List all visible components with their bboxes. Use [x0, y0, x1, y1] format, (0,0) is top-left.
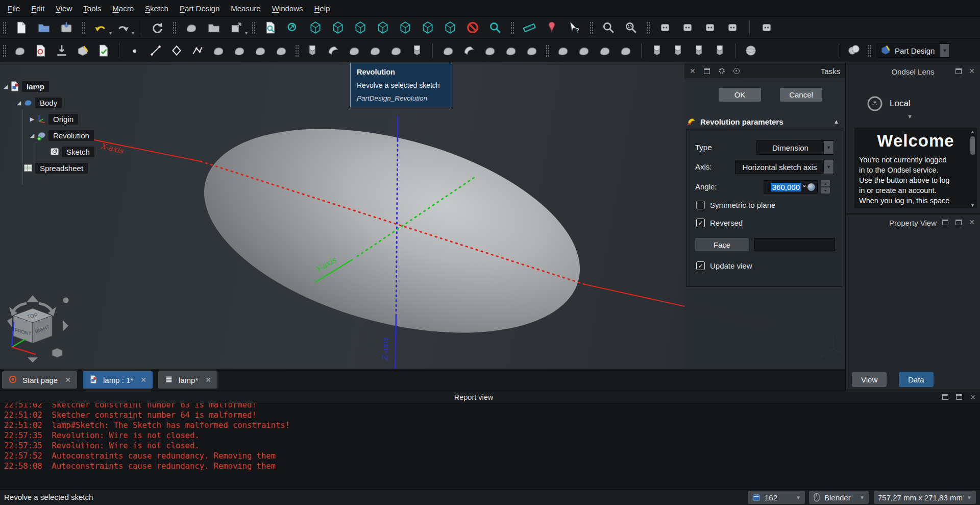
- tree-item-lamp[interactable]: ◢lamp: [2, 80, 49, 93]
- collapse-icon[interactable]: ▲: [834, 118, 839, 125]
- toolbar-grip[interactable]: [590, 21, 593, 34]
- subtractive-loft-button[interactable]: [483, 43, 497, 58]
- toolbar-grip[interactable]: [646, 21, 650, 34]
- tree-item-revolution[interactable]: ◢Revolution: [29, 129, 94, 142]
- fillet-button[interactable]: [650, 43, 664, 58]
- fps-indicator[interactable]: 162 ▼: [748, 491, 805, 504]
- sketch-polygon-button[interactable]: [169, 43, 184, 58]
- additive-sphere-button[interactable]: [744, 43, 758, 58]
- edit-sketch-button[interactable]: [76, 43, 90, 58]
- additive-loft-button[interactable]: [347, 43, 361, 58]
- sketch-fillet-button[interactable]: [211, 43, 226, 58]
- update-view-checkbox[interactable]: ✓: [696, 261, 705, 270]
- symmetric-checkbox[interactable]: [696, 201, 705, 209]
- gear-icon[interactable]: [718, 67, 725, 75]
- axonometric-view-button[interactable]: [308, 20, 323, 35]
- tree-item-spreadsheet[interactable]: Spreadsheet: [15, 161, 88, 175]
- render-style-1-button[interactable]: [658, 20, 672, 35]
- zoom-to-selection-button[interactable]: [286, 20, 300, 35]
- polar-pattern-button[interactable]: [598, 43, 612, 58]
- close-icon[interactable]: ✕: [65, 376, 71, 384]
- sketch-carbon-copy-button[interactable]: [274, 43, 288, 58]
- account-row[interactable]: Local: [866, 95, 911, 112]
- subtractive-pipe-button[interactable]: [504, 43, 518, 58]
- zoom-box-button[interactable]: [488, 20, 502, 35]
- menu-edit[interactable]: Edit: [26, 2, 50, 15]
- menu-sketch[interactable]: Sketch: [139, 2, 174, 15]
- revolution-parameters-header[interactable]: Revolution parameters ▲: [687, 115, 842, 128]
- selection-filter-button[interactable]: [601, 20, 616, 35]
- revolution-button[interactable]: [326, 43, 340, 58]
- scroll-up-icon[interactable]: ▲: [970, 129, 975, 134]
- render-style-3-button[interactable]: [703, 20, 717, 35]
- navcube-dot[interactable]: [63, 298, 69, 303]
- menu-macro[interactable]: Macro: [107, 2, 139, 15]
- navcube-up-arrow[interactable]: [27, 295, 39, 302]
- undo-button[interactable]: ▾: [93, 20, 108, 35]
- type-combobox[interactable]: Dimension ▼: [756, 140, 834, 155]
- hole-button[interactable]: [441, 43, 455, 58]
- ok-button[interactable]: OK: [719, 88, 761, 102]
- reversed-checkbox[interactable]: ✓: [696, 219, 705, 227]
- expander-closed-icon[interactable]: ▶: [29, 116, 36, 123]
- toolbar-grip[interactable]: [3, 21, 6, 34]
- clipping-plane-button[interactable]: [465, 20, 480, 35]
- navigation-style-selector[interactable]: Blender ▼: [809, 491, 869, 504]
- chevron-down-icon[interactable]: ▾: [132, 30, 134, 36]
- sketch-line-button[interactable]: [149, 43, 163, 58]
- toolbar-grip[interactable]: [546, 44, 549, 57]
- new-document-button[interactable]: [14, 20, 29, 35]
- scrollbar-thumb[interactable]: [970, 136, 975, 155]
- navcube-mini-cube[interactable]: [52, 348, 62, 357]
- whats-this-button[interactable]: ?: [567, 20, 581, 35]
- symmetric-row[interactable]: Symmetric to plane: [696, 201, 775, 209]
- report-view-header[interactable]: Report view ✕: [0, 391, 980, 403]
- tab-lamp-1-[interactable]: lamp : 1*✕: [83, 371, 153, 389]
- tab-start-page[interactable]: Start page✕: [2, 371, 77, 389]
- record-icon[interactable]: [733, 68, 740, 74]
- additive-pipe-button[interactable]: [368, 43, 382, 58]
- sketch-trim-button[interactable]: [232, 43, 247, 58]
- expander-open-icon[interactable]: ◢: [15, 100, 22, 106]
- menu-view[interactable]: View: [50, 2, 78, 15]
- render-style-4-button[interactable]: [725, 20, 740, 35]
- pad-button[interactable]: [305, 43, 320, 58]
- render-style-2-button[interactable]: [680, 20, 695, 35]
- float-icon[interactable]: [955, 220, 962, 225]
- angle-spinner[interactable]: ▲ ▼: [821, 180, 830, 194]
- welcome-scrollbar[interactable]: ▲ ▼: [970, 129, 975, 208]
- expander-open-icon[interactable]: ◢: [29, 132, 36, 139]
- create-part-button[interactable]: [184, 20, 199, 35]
- data-tab-button[interactable]: Data: [899, 372, 934, 387]
- groove-button[interactable]: [462, 43, 476, 58]
- chevron-down-icon[interactable]: ▼: [907, 113, 913, 119]
- navcube-down-arrow[interactable]: [28, 357, 38, 363]
- update-view-row[interactable]: ✓ Update view: [696, 261, 752, 270]
- bottom-view-button[interactable]: [443, 20, 457, 35]
- report-view-log[interactable]: 22:51:02 Sketcher constraint number 63 i…: [0, 403, 980, 489]
- chevron-down-icon[interactable]: ▾: [109, 30, 112, 36]
- menu-file[interactable]: File: [2, 2, 26, 15]
- toolbar-grip[interactable]: [867, 44, 871, 57]
- render-style-5-button[interactable]: [760, 20, 774, 35]
- sketch-point-button[interactable]: [128, 43, 142, 58]
- mirrored-button[interactable]: [556, 43, 570, 58]
- toolbar-grip[interactable]: [3, 44, 6, 57]
- pocket-button[interactable]: [410, 43, 424, 58]
- dock-icon[interactable]: [942, 220, 948, 225]
- face-button[interactable]: Face: [695, 238, 749, 251]
- validate-sketch-button[interactable]: [96, 43, 111, 58]
- chevron-down-icon[interactable]: ▼: [824, 160, 834, 174]
- front-view-button[interactable]: [353, 20, 368, 35]
- linear-pattern-button[interactable]: [577, 43, 591, 58]
- menu-part-design[interactable]: Part Design: [174, 2, 225, 15]
- sketch-polyline-button[interactable]: [190, 43, 205, 58]
- tree-item-body[interactable]: ◢Body: [15, 96, 62, 109]
- tab-lamp-[interactable]: lamp*✕: [158, 371, 217, 389]
- close-icon[interactable]: ✕: [140, 376, 146, 384]
- measure-point-button[interactable]: [545, 20, 559, 35]
- subtractive-helix-button[interactable]: [525, 43, 539, 58]
- thickness-button[interactable]: [713, 43, 727, 58]
- angle-input[interactable]: 360,000 °: [764, 180, 818, 194]
- toolbar-grip[interactable]: [510, 21, 514, 34]
